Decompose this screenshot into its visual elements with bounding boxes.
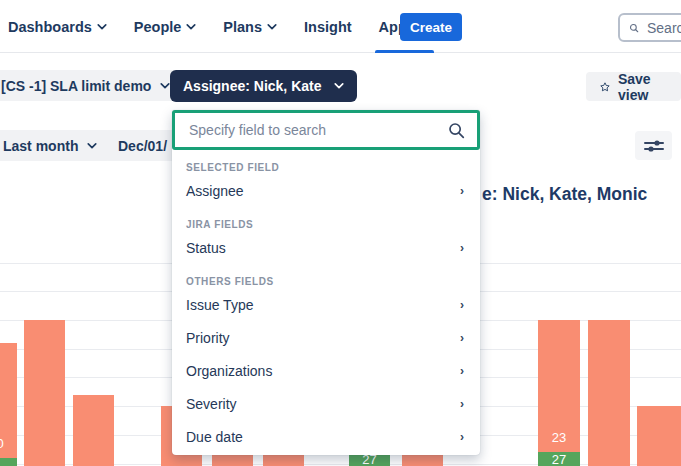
chevron-right-icon: ›: [460, 241, 464, 255]
nav-item-label: Insight: [304, 19, 352, 35]
global-search-label: Search: [647, 20, 681, 36]
chart-settings-button[interactable]: [635, 131, 672, 160]
save-view-label: Save view: [618, 71, 668, 103]
search-icon: [448, 122, 465, 139]
nav-item-dashboards[interactable]: Dashboards: [8, 0, 107, 53]
field-option-label: Organizations: [186, 363, 272, 379]
field-option-assignee[interactable]: Assignee›: [172, 174, 480, 207]
chevron-right-icon: ›: [460, 364, 464, 378]
nav-item-people[interactable]: People: [134, 0, 197, 53]
chevron-right-icon: ›: [460, 397, 464, 411]
chevron-right-icon: ›: [460, 298, 464, 312]
field-dropdown-body: SELECTED FIELDAssignee›JIRA FIELDSStatus…: [172, 150, 480, 453]
sliders-icon: [643, 138, 665, 154]
dropdown-section-header: OTHERS FIELDS: [172, 274, 480, 288]
bar-value-label: 23: [538, 430, 580, 445]
bar-1[interactable]: [24, 320, 65, 466]
bar-value-label: 20: [0, 436, 17, 451]
dropdown-section-header: JIRA FIELDS: [172, 217, 480, 231]
chevron-down-icon: [97, 22, 107, 32]
field-search-input[interactable]: [189, 122, 448, 138]
nav-item-label: People: [134, 19, 182, 35]
nav-item-label: Plans: [223, 19, 262, 35]
bar-green-segment: [0, 458, 17, 466]
field-option-issue-type[interactable]: Issue Type›: [172, 288, 480, 321]
dropdown-section-header: SELECTED FIELD: [172, 160, 480, 174]
bar-9[interactable]: [588, 320, 630, 466]
board-selector-label: [CS -1] SLA limit demo: [1, 78, 151, 94]
assignee-filter-pill[interactable]: Assignee: Nick, Kate: [170, 70, 357, 102]
chevron-down-icon: [334, 81, 344, 91]
date-range-label: Dec/01/: [118, 138, 167, 154]
field-option-label: Issue Type: [186, 297, 253, 313]
bar-0[interactable]: 20: [0, 343, 17, 466]
time-range-selector[interactable]: Last month: [0, 130, 110, 161]
field-option-label: Severity: [186, 396, 237, 412]
star-icon: [599, 79, 611, 95]
time-range-label: Last month: [3, 138, 78, 154]
bar-10[interactable]: [637, 406, 681, 466]
field-search-dropdown: SELECTED FIELDAssignee›JIRA FIELDSStatus…: [172, 110, 480, 455]
chevron-right-icon: ›: [460, 184, 464, 198]
field-option-due-date[interactable]: Due date›: [172, 420, 480, 453]
field-option-label: Due date: [186, 429, 243, 445]
field-option-priority[interactable]: Priority›: [172, 321, 480, 354]
field-option-label: Status: [186, 240, 226, 256]
field-option-status[interactable]: Status›: [172, 231, 480, 264]
chevron-down-icon: [267, 22, 277, 32]
save-view-button[interactable]: Save view: [586, 72, 681, 101]
field-option-label: Priority: [186, 330, 230, 346]
bar-8[interactable]: 2327: [538, 320, 580, 466]
assignee-filter-label: Assignee: Nick, Kate: [183, 78, 322, 94]
field-option-severity[interactable]: Severity›: [172, 387, 480, 420]
nav-items: DashboardsPeoplePlansInsightApps: [8, 0, 430, 53]
chevron-down-icon: [186, 22, 196, 32]
nav-item-insight[interactable]: Insight: [304, 0, 352, 53]
field-search-highlight-box: [172, 110, 480, 150]
chevron-right-icon: ›: [460, 430, 464, 444]
top-nav: DashboardsPeoplePlansInsightApps Create …: [0, 0, 681, 53]
chevron-down-icon: [87, 141, 97, 151]
bar-2[interactable]: [73, 395, 114, 466]
nav-item-label: Dashboards: [8, 19, 92, 35]
chart-title: e: Nick, Kate, Monic: [482, 184, 647, 205]
create-button[interactable]: Create: [400, 13, 462, 41]
chevron-right-icon: ›: [460, 331, 464, 345]
bar-green-value-label: 27: [538, 452, 580, 466]
chevron-down-icon: [160, 81, 170, 91]
nav-item-plans[interactable]: Plans: [223, 0, 277, 53]
field-option-organizations[interactable]: Organizations›: [172, 354, 480, 387]
global-search[interactable]: Search: [618, 13, 681, 42]
search-icon: [629, 23, 639, 33]
field-option-label: Assignee: [186, 183, 244, 199]
board-selector[interactable]: [CS -1] SLA limit demo: [0, 70, 183, 101]
